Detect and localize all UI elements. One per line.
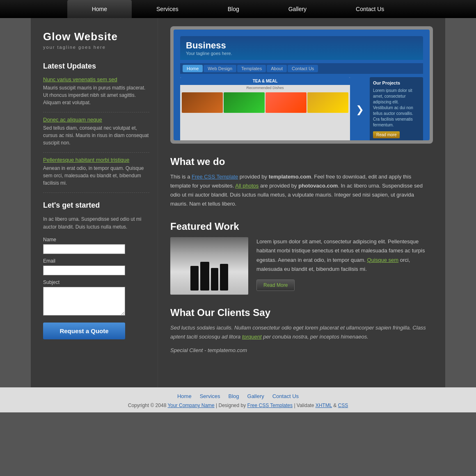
all-photos-link[interactable]: All photos bbox=[235, 183, 259, 189]
what-we-do-heading: What we do bbox=[170, 156, 433, 167]
subject-label: Subject bbox=[43, 279, 149, 285]
footer-nav-blog[interactable]: Blog bbox=[229, 393, 239, 399]
page-wrapper: Glow Website your tagline goes here Late… bbox=[31, 18, 445, 387]
email-field-group: Email bbox=[43, 258, 149, 275]
free-css-templates-link[interactable]: Free CSS Templates bbox=[247, 403, 293, 408]
silhouette-fig-3 bbox=[211, 268, 218, 291]
slider-tab-home[interactable]: Home bbox=[183, 65, 203, 72]
screenshot-right: Our Projects Lorem ipsum dolor sit amet,… bbox=[370, 77, 423, 140]
update-item-1: Nunc varius venenatis sem sed Mauris sus… bbox=[43, 76, 149, 106]
company-name-link[interactable]: Your Company Name bbox=[167, 403, 214, 408]
recommended-label: Recommended Dishes bbox=[180, 85, 350, 91]
slider-business-title: Business bbox=[186, 40, 417, 51]
slider-inner: Business Your tagline goes here. Home We… bbox=[174, 30, 430, 140]
divider-3 bbox=[43, 192, 149, 193]
nav-link-home[interactable]: Home bbox=[67, 0, 132, 18]
what-we-do-text: This is a Free CSS Template provided by … bbox=[170, 172, 433, 208]
templatemo-text: templatemo.com bbox=[269, 174, 311, 180]
nav-link-services[interactable]: Services bbox=[132, 0, 203, 18]
silhouette-figures bbox=[190, 262, 228, 291]
screenshot-title: TEA & MEAL bbox=[180, 77, 350, 85]
nav-item-home[interactable]: Home bbox=[67, 0, 132, 18]
divider-2 bbox=[43, 152, 149, 153]
torquent-link[interactable]: torquent bbox=[242, 334, 262, 340]
slide-arrow-right[interactable]: ❯ bbox=[353, 77, 366, 140]
food-item-1 bbox=[182, 92, 223, 113]
divider-1 bbox=[43, 112, 149, 112]
name-label: Name bbox=[43, 237, 149, 243]
clients-quote: Sed luctus sodales iaculis. Nullam conse… bbox=[170, 323, 433, 341]
name-input[interactable] bbox=[43, 244, 125, 254]
nav-item-services[interactable]: Services bbox=[132, 0, 203, 18]
slider-box: ❯ Business Your tagline goes here. Home … bbox=[170, 26, 433, 144]
nav-link-gallery[interactable]: Gallery bbox=[264, 0, 331, 18]
free-css-template-link[interactable]: Free CSS Template bbox=[192, 174, 238, 180]
quisque-sem-link[interactable]: Quisque sem bbox=[367, 257, 399, 263]
slider-tabs: Home Web Design Templates About Contact … bbox=[180, 63, 423, 74]
get-started-heading: Let's get started bbox=[43, 201, 149, 210]
silhouette-bg bbox=[170, 237, 248, 295]
screenshot-left: TEA & MEAL Recommended Dishes bbox=[180, 77, 350, 140]
slider-business-tagline: Your tagline goes here. bbox=[186, 51, 417, 56]
request-quote-button[interactable]: Request a Quote bbox=[43, 323, 125, 339]
featured-text-block: Lorem ipsum dolor sit amet, consectetur … bbox=[256, 237, 433, 291]
footer-nav-services[interactable]: Services bbox=[200, 393, 220, 399]
silhouette-fig-1 bbox=[190, 266, 199, 291]
silhouette-fig-4 bbox=[220, 264, 228, 291]
footer-nav-contact[interactable]: Contact Us bbox=[272, 393, 299, 399]
update-link-2[interactable]: Donec ac aliquam neque bbox=[43, 117, 149, 123]
latest-updates-section: Latest Updates Nunc varius venenatis sem… bbox=[43, 62, 149, 193]
update-link-3[interactable]: Pellentesque habitant morbi tristique bbox=[43, 157, 149, 163]
get-started-section: Let's get started In ac libero urna. Sus… bbox=[43, 201, 149, 339]
food-item-4 bbox=[307, 92, 348, 113]
what-we-do-section: What we do This is a Free CSS Template p… bbox=[170, 156, 433, 208]
projects-text: Lorem ipsum dolor sit amet, consectetur … bbox=[373, 88, 420, 128]
name-field-group: Name bbox=[43, 237, 149, 254]
featured-image bbox=[170, 237, 248, 295]
clients-heading: What Our Clients Say bbox=[170, 307, 433, 318]
food-item-3 bbox=[265, 92, 307, 113]
featured-work-content: Lorem ipsum dolor sit amet, consectetur … bbox=[170, 237, 433, 295]
main-content: ❯ Business Your tagline goes here. Home … bbox=[158, 18, 445, 387]
update-item-2: Donec ac aliquam neque Sed tellus diam, … bbox=[43, 117, 149, 146]
nav-item-gallery[interactable]: Gallery bbox=[264, 0, 331, 18]
xhtml-link[interactable]: XHTML bbox=[316, 403, 332, 408]
update-item-3: Pellentesque habitant morbi tristique Ae… bbox=[43, 157, 149, 187]
slider-tab-templates[interactable]: Templates bbox=[237, 65, 266, 72]
featured-description: Lorem ipsum dolor sit amet, consectetur … bbox=[256, 237, 433, 273]
site-branding: Glow Website your tagline goes here bbox=[43, 30, 149, 50]
footer-copyright: Copyright © 2048 Your Company Name | Des… bbox=[0, 403, 476, 408]
projects-readmore-button[interactable]: Read more bbox=[373, 131, 400, 138]
slider-tab-about[interactable]: About bbox=[267, 65, 287, 72]
email-label: Email bbox=[43, 258, 149, 264]
nav-link-blog[interactable]: Blog bbox=[203, 0, 264, 18]
read-more-button[interactable]: Read More bbox=[256, 279, 295, 291]
sidebar: Glow Website your tagline goes here Late… bbox=[31, 18, 158, 387]
food-item-2 bbox=[224, 92, 265, 113]
email-input[interactable] bbox=[43, 265, 125, 275]
photovaco-text: photovaco.com bbox=[298, 183, 338, 189]
client-name: Special Client - templatemo.com bbox=[170, 346, 433, 355]
update-text-3: Aenean in erat odio, in tempor quam. Qui… bbox=[43, 165, 149, 187]
silhouette-fig-2 bbox=[200, 262, 209, 291]
slider-tab-contact[interactable]: Contact Us bbox=[288, 65, 318, 72]
nav-link-contact[interactable]: Contact Us bbox=[331, 0, 409, 18]
food-grid bbox=[180, 91, 350, 114]
update-text-1: Mauris suscipit mauris in purus mattis p… bbox=[43, 84, 149, 106]
subject-field-group: Subject bbox=[43, 279, 149, 317]
featured-work-heading: Featured Work bbox=[170, 221, 433, 232]
subject-textarea[interactable] bbox=[43, 287, 125, 316]
update-text-2: Sed tellus diam, consequat nec volutpat … bbox=[43, 124, 149, 146]
nav-item-blog[interactable]: Blog bbox=[203, 0, 264, 18]
footer-nav-gallery[interactable]: Gallery bbox=[247, 393, 264, 399]
latest-updates-heading: Latest Updates bbox=[43, 62, 149, 71]
footer-nav-home[interactable]: Home bbox=[177, 393, 192, 399]
footer-nav: Home Services Blog Gallery Contact Us bbox=[0, 393, 476, 399]
nav-item-contact[interactable]: Contact Us bbox=[331, 0, 409, 18]
site-title: Glow Website bbox=[43, 30, 149, 43]
update-link-1[interactable]: Nunc varius venenatis sem sed bbox=[43, 76, 149, 82]
slider-screenshot: TEA & MEAL Recommended Dishes ❯ bbox=[180, 77, 423, 140]
projects-title: Our Projects bbox=[373, 80, 420, 85]
css-link[interactable]: CSS bbox=[338, 403, 348, 408]
slider-tab-webdesign[interactable]: Web Design bbox=[204, 65, 236, 72]
